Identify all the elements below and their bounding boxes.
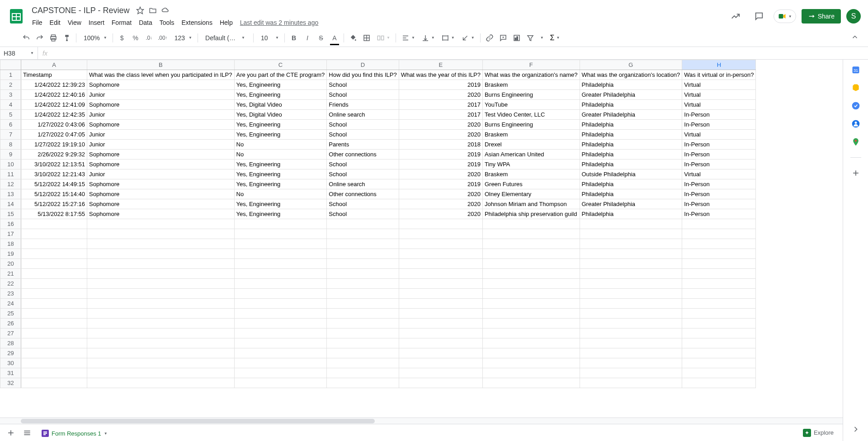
cell[interactable]: Sophomore xyxy=(87,189,235,199)
grid-scroll[interactable]: ABCDEFGH1TimestampWhat was the class lev… xyxy=(0,60,843,418)
select-all-corner[interactable] xyxy=(0,60,21,70)
cell[interactable] xyxy=(682,229,756,239)
redo-button[interactable] xyxy=(33,32,46,44)
meet-button[interactable]: ▼ xyxy=(774,9,796,23)
cell[interactable] xyxy=(327,358,399,368)
cell[interactable] xyxy=(482,378,580,388)
cell[interactable] xyxy=(327,378,399,388)
row-header-20[interactable]: 20 xyxy=(0,259,21,269)
cell[interactable]: No xyxy=(234,140,327,150)
cell[interactable]: School xyxy=(327,209,399,219)
merge-cells-button[interactable]: ▼ xyxy=(374,32,393,44)
cell[interactable]: 1/24/2022 12:42:35 xyxy=(21,110,87,120)
cell[interactable]: 2020 xyxy=(399,209,482,219)
paint-format-button[interactable] xyxy=(61,32,73,44)
cell[interactable]: Sophomore xyxy=(87,100,235,110)
cell[interactable] xyxy=(399,279,482,289)
cell[interactable] xyxy=(399,358,482,368)
cell[interactable]: 2019 xyxy=(399,80,482,90)
functions-button[interactable]: Σ▼ xyxy=(547,32,563,44)
cell[interactable]: No xyxy=(234,150,327,160)
cell[interactable]: Sophomore xyxy=(87,80,235,90)
cell[interactable]: In-Person xyxy=(682,179,756,189)
cell[interactable] xyxy=(682,249,756,259)
row-header-16[interactable]: 16 xyxy=(0,219,21,229)
cell[interactable] xyxy=(482,358,580,368)
row-header-19[interactable]: 19 xyxy=(0,249,21,259)
cell[interactable]: Greater Philadelphia xyxy=(580,199,682,209)
cell[interactable] xyxy=(580,368,682,378)
cell[interactable]: 3/10/2022 12:13:51 xyxy=(21,160,87,169)
menu-data[interactable]: Data xyxy=(136,17,156,28)
cell[interactable] xyxy=(482,348,580,358)
formula-input[interactable] xyxy=(52,50,868,57)
format-percent-button[interactable]: % xyxy=(129,32,142,44)
cell[interactable]: 1/24/2022 12:41:09 xyxy=(21,100,87,110)
cell[interactable] xyxy=(682,319,756,328)
cell[interactable] xyxy=(580,279,682,289)
cell[interactable] xyxy=(234,259,327,269)
row-header-22[interactable]: 22 xyxy=(0,279,21,289)
collapse-panel-icon[interactable] xyxy=(851,425,860,436)
cell[interactable] xyxy=(682,289,756,299)
cell[interactable] xyxy=(21,289,87,299)
column-header-D[interactable]: D xyxy=(327,60,399,70)
cell[interactable] xyxy=(21,219,87,229)
cell[interactable] xyxy=(482,279,580,289)
cell[interactable] xyxy=(580,259,682,269)
bold-button[interactable]: B xyxy=(288,32,300,44)
spreadsheet-grid[interactable]: ABCDEFGH1TimestampWhat was the class lev… xyxy=(0,60,756,388)
cell[interactable]: What was the organization's name? xyxy=(482,70,580,80)
cell[interactable] xyxy=(482,249,580,259)
cell[interactable] xyxy=(482,229,580,239)
cell[interactable] xyxy=(87,328,235,338)
cell[interactable]: Sophomore xyxy=(87,209,235,219)
decrease-decimal-button[interactable]: .0↓ xyxy=(143,32,156,44)
cell[interactable]: School xyxy=(327,169,399,179)
row-header-6[interactable]: 6 xyxy=(0,120,21,130)
cell[interactable]: Virtual xyxy=(682,100,756,110)
cell[interactable] xyxy=(234,229,327,239)
cell[interactable] xyxy=(234,289,327,299)
column-header-B[interactable]: B xyxy=(87,60,235,70)
cell[interactable]: Sophomore xyxy=(87,120,235,130)
font-select[interactable]: Default (Ari...▼ xyxy=(201,32,250,44)
cell[interactable]: Test Video Center, LLC xyxy=(482,110,580,120)
column-header-F[interactable]: F xyxy=(482,60,580,70)
cell[interactable] xyxy=(327,338,399,348)
cell[interactable]: Yes, Engineering xyxy=(234,199,327,209)
cell[interactable]: Yes, Engineering xyxy=(234,169,327,179)
cell[interactable] xyxy=(399,219,482,229)
cell[interactable]: 2/26/2022 9:29:32 xyxy=(21,150,87,160)
cell[interactable]: Philadelphia xyxy=(580,209,682,219)
row-header-8[interactable]: 8 xyxy=(0,140,21,150)
row-header-24[interactable]: 24 xyxy=(0,299,21,309)
cell[interactable]: Sophomore xyxy=(87,160,235,169)
cell[interactable] xyxy=(580,249,682,259)
cell[interactable] xyxy=(87,299,235,309)
cell[interactable]: Yes, Engineering xyxy=(234,90,327,100)
cell[interactable] xyxy=(580,289,682,299)
cell[interactable] xyxy=(21,239,87,249)
cell[interactable]: 5/12/2022 15:14:40 xyxy=(21,189,87,199)
borders-button[interactable] xyxy=(360,32,373,44)
row-header-17[interactable]: 17 xyxy=(0,229,21,239)
italic-button[interactable]: I xyxy=(301,32,314,44)
cell[interactable] xyxy=(580,299,682,309)
cell[interactable] xyxy=(327,219,399,229)
cell[interactable] xyxy=(327,368,399,378)
cell[interactable]: 2020 xyxy=(399,199,482,209)
cell[interactable] xyxy=(580,338,682,348)
column-header-C[interactable]: C xyxy=(234,60,327,70)
cell[interactable]: Yes, Digital Video xyxy=(234,110,327,120)
cell[interactable]: Tiny WPA xyxy=(482,160,580,169)
cell[interactable]: 2020 xyxy=(399,120,482,130)
cell[interactable] xyxy=(21,319,87,328)
cell[interactable] xyxy=(21,338,87,348)
text-rotation-button[interactable]: ▼ xyxy=(458,32,477,44)
cell[interactable]: Philadelphia xyxy=(580,140,682,150)
cell[interactable]: Braskem xyxy=(482,169,580,179)
cell[interactable]: Friends xyxy=(327,100,399,110)
row-header-9[interactable]: 9 xyxy=(0,150,21,160)
cell[interactable] xyxy=(682,239,756,249)
